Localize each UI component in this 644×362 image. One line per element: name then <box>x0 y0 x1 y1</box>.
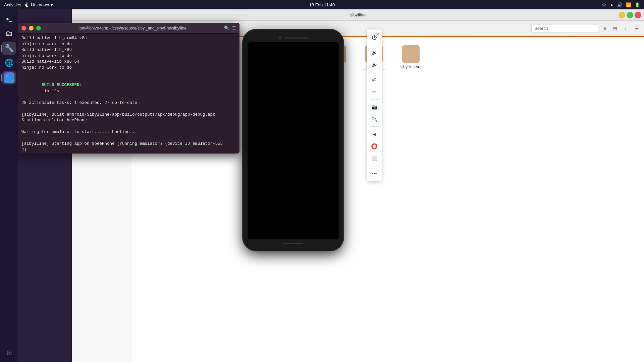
toolbar-divider-5 <box>370 166 379 166</box>
term-line: 4) <box>21 147 236 153</box>
toolbar-divider-1 <box>370 45 379 45</box>
sibylline-src-folder-icon <box>402 45 420 63</box>
show-apps-button[interactable]: ⊞ <box>2 346 16 359</box>
list-view-button[interactable]: ≡ <box>600 24 610 33</box>
volume-icon[interactable]: 🔊 <box>617 2 623 7</box>
dock-files[interactable]: 🗂 <box>2 27 16 40</box>
file-manager-titlebar: sibylline <box>72 9 644 21</box>
term-line: Build native-lib_x86_64 <box>21 59 236 65</box>
terminal-search-icon[interactable]: 🔍 <box>224 25 229 31</box>
file-manager-title: sibylline <box>350 12 366 17</box>
dock-sibylline[interactable]: 🔷 <box>2 71 16 84</box>
sibylline-src-label: sibylline-src <box>400 65 422 69</box>
android-emulator <box>243 29 343 251</box>
app-name-label: Unknown <box>31 2 49 7</box>
application-dock: >_ 🗂 🔧 🌐 🔷 ⊞ <box>0 9 18 362</box>
terminal-title-label: tom@bhive-tom: ~/cseye/source/sibyl_and_… <box>44 26 221 31</box>
list-item[interactable]: sibylline-src <box>396 43 426 77</box>
term-line <box>21 153 236 154</box>
ubuntu-icon: 🐧 <box>24 2 30 7</box>
phone-speaker <box>284 37 308 39</box>
menu-button[interactable]: ☰ <box>632 24 641 33</box>
sort-button[interactable]: ↕ <box>621 24 630 33</box>
terminal-maximize-button[interactable] <box>36 26 41 31</box>
term-line: Starting emulator beePhone... <box>21 118 236 124</box>
desktop-area: sibylline ‹ › ⌂ Home ▾ ≡ ⊞ ↕ ☰ <box>18 9 644 362</box>
phone-camera <box>278 36 282 40</box>
search-input[interactable] <box>531 24 598 33</box>
phone-body <box>243 29 343 251</box>
grid-icon: ⊞ <box>6 349 12 357</box>
volume-down-button[interactable]: 🔉 <box>369 47 380 58</box>
back-nav-button[interactable]: ◀ <box>369 129 380 139</box>
camera-button[interactable]: 📷 <box>369 102 380 112</box>
app-dropdown-icon: ▾ <box>51 2 53 7</box>
term-line: 28 actionable tasks: 1 executed, 27 up-t… <box>21 100 236 106</box>
settings-system-icon[interactable]: ⚙ <box>602 2 606 7</box>
app-name-menu[interactable]: 🐧 Unknown ▾ <box>24 2 53 7</box>
phone-screen[interactable] <box>248 42 339 239</box>
terminal-dock-icon: >_ <box>6 16 12 22</box>
term-line: ninja: no work to do. <box>21 53 236 59</box>
datetime-display: 18 Feb 11:40 <box>309 2 335 7</box>
term-line: Build native-lib_x86 <box>21 47 236 53</box>
more-icon: ••• <box>372 171 377 176</box>
battery-icon[interactable]: 🔋 <box>635 2 640 7</box>
phone-home-indicator <box>283 243 303 244</box>
build-success-text: BUILD SUCCESSFUL <box>42 83 82 87</box>
dock-terminal[interactable]: >_ <box>2 12 16 25</box>
settings-dock-icon: 🔧 <box>5 44 14 53</box>
volume-up-button[interactable]: 🔊 <box>369 59 380 70</box>
term-line <box>21 135 236 141</box>
term-line: [sibylline] Built android/Sibylline/app/… <box>21 112 236 118</box>
dock-settings[interactable]: 🔧 <box>2 42 16 55</box>
terminal-window: tom@bhive-tom: ~/cseye/source/sibyl_and_… <box>18 23 239 154</box>
maximize-button[interactable] <box>627 12 633 18</box>
zoom-button[interactable]: 🔍 <box>369 114 380 124</box>
term-line <box>21 106 236 112</box>
terminal-menu-icon[interactable]: ☰ <box>232 25 236 31</box>
terminal-close-button[interactable] <box>21 26 26 31</box>
emulator-close-button[interactable]: ✕ <box>374 31 381 38</box>
term-build-success-line: BUILD SUCCESSFUL in 12s <box>21 77 236 100</box>
term-line <box>21 124 236 130</box>
term-line: [sibylline] Starting app on @beePhone (r… <box>21 141 236 147</box>
window-controls <box>619 12 641 18</box>
recents-nav-button[interactable]: ⬜ <box>369 153 380 164</box>
activities-button[interactable]: Activities <box>4 2 21 7</box>
close-button[interactable] <box>635 12 641 18</box>
pencil-button[interactable]: ✏ <box>369 86 380 97</box>
toolbar-divider-3 <box>370 99 379 100</box>
term-line: ninja: no work to do. <box>21 42 236 48</box>
emulator-toolbar: ✕ ⏻ 🔉 🔊 🏷 ✏ 📷 🔍 ◀ ⭕ ⬜ ••• <box>367 29 382 181</box>
network-icon[interactable]: ▲ <box>609 2 614 7</box>
view-options: ≡ ⊞ ↕ <box>600 24 630 33</box>
active-indicator-2 <box>1 74 2 81</box>
terminal-body[interactable]: Build native-lib_arm64-v8a ninja: no wor… <box>18 34 239 154</box>
toolbar-divider-2 <box>370 72 379 72</box>
grid-view-button[interactable]: ⊞ <box>610 24 620 33</box>
active-indicator <box>1 45 2 52</box>
top-bar: Activities 🐧 Unknown ▾ 18 Feb 11:40 ⚙ ▲ … <box>0 0 644 9</box>
toolbar-divider-4 <box>370 126 379 127</box>
dock-browser[interactable]: 🌐 <box>2 56 16 70</box>
terminal-minimize-button[interactable] <box>29 26 34 31</box>
term-line: ninja: no work to do. <box>21 65 236 71</box>
term-line: Build native-lib_arm64-v8a <box>21 36 236 42</box>
home-nav-button[interactable]: ⭕ <box>369 141 380 152</box>
term-line <box>21 71 236 77</box>
browser-dock-icon: 🌐 <box>5 59 14 67</box>
phone-top-area <box>248 36 339 40</box>
bluetooth-icon[interactable]: 📶 <box>626 2 631 7</box>
tag-button[interactable]: 🏷 <box>369 74 380 85</box>
minimize-button[interactable] <box>619 12 625 18</box>
term-line: Waiting for emulator to start...... boot… <box>21 129 236 135</box>
files-dock-icon: 🗂 <box>5 29 13 38</box>
terminal-titlebar: tom@bhive-tom: ~/cseye/source/sibyl_and_… <box>18 23 239 34</box>
more-options-button[interactable]: ••• <box>369 168 380 179</box>
sibylline-dock-icon: 🔷 <box>4 72 14 83</box>
